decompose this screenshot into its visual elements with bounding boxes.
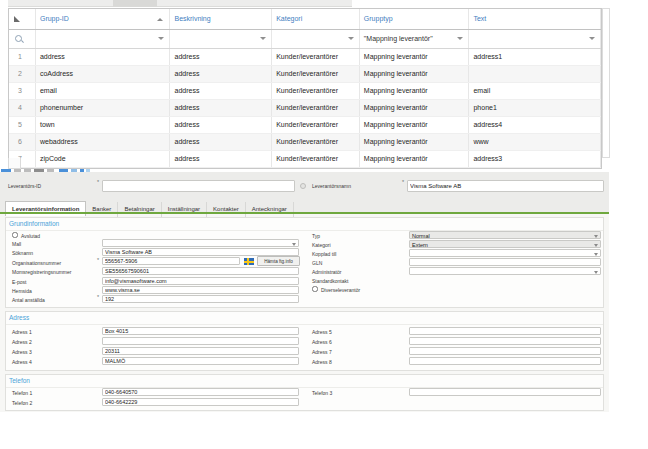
cell-beskrivning[interactable]: address [170, 49, 272, 65]
cell-grupp-id[interactable]: address [36, 49, 171, 65]
cell-grupptyp[interactable]: Mappning leverantör [360, 134, 470, 150]
cell-kategori[interactable]: Kunder/leverantörer [272, 151, 360, 167]
telefon1-input[interactable] [102, 388, 299, 396]
cell-text[interactable]: address4 [469, 117, 601, 133]
filter-grupptyp[interactable]: "Mappning leverantör" [360, 30, 470, 48]
soknamn-input[interactable] [102, 248, 299, 256]
adress2-label: Adress 2 [12, 339, 32, 345]
administrator-dropdown[interactable] [409, 267, 601, 275]
adress3-input[interactable] [102, 347, 299, 355]
adress8-input[interactable] [409, 357, 601, 365]
cell-text[interactable]: phone1 [469, 100, 601, 116]
cell-grupp-id[interactable]: zipCode [36, 151, 171, 167]
row-number[interactable]: 2 [9, 66, 36, 82]
hemsida-input[interactable] [102, 286, 299, 294]
hemsida-label: Hemsida [12, 288, 32, 294]
required-marker: * [97, 258, 99, 263]
cell-grupptyp[interactable]: Mappning leverantör [360, 66, 470, 82]
adress6-input[interactable] [409, 337, 601, 345]
telefon3-input[interactable] [409, 388, 601, 396]
cell-kategori[interactable]: Kunder/leverantörer [272, 117, 360, 133]
table-row: 4 phonenumber address Kunder/leverantöre… [9, 100, 601, 117]
kopplad-till-dropdown[interactable] [409, 249, 601, 257]
row-number[interactable]: 1 [9, 49, 36, 65]
avslutad-checkbox[interactable] [12, 232, 18, 238]
cell-kategori[interactable]: Kunder/leverantörer [272, 100, 360, 116]
cell-text[interactable]: www [469, 134, 601, 150]
adress7-input[interactable] [409, 347, 601, 355]
supplier-id-input[interactable] [102, 180, 295, 192]
tab-banker[interactable]: Banker [86, 202, 118, 217]
select-all-corner[interactable] [9, 9, 36, 29]
momsnr-input[interactable] [102, 267, 299, 275]
telefon2-label: Telefon 2 [12, 400, 32, 406]
cell-grupp-id[interactable]: email [36, 83, 171, 99]
adress3-label: Adress 3 [12, 349, 32, 355]
col-header-text[interactable]: Text [469, 9, 601, 29]
tab-betalningar[interactable]: Betalningar [118, 202, 161, 217]
cell-text[interactable] [469, 66, 601, 82]
filter-grupp-id[interactable] [36, 30, 171, 48]
cell-grupptyp[interactable]: Mappning leverantör [360, 151, 470, 167]
row-number[interactable]: 6 [9, 134, 36, 150]
cell-grupp-id[interactable]: coAddress [36, 66, 171, 82]
tab-anteckningar[interactable]: Anteckningar [246, 202, 294, 217]
tab-kontakter[interactable]: Kontakter [207, 202, 246, 217]
typ-dropdown[interactable]: Normal [409, 231, 601, 239]
cell-kategori[interactable]: Kunder/leverantörer [272, 49, 360, 65]
cell-text[interactable]: address3 [469, 151, 601, 167]
chevron-down-icon [589, 37, 595, 40]
orgnr-input[interactable] [102, 257, 240, 265]
telefon2-input[interactable] [102, 398, 299, 406]
adress4-input[interactable] [102, 357, 299, 365]
cell-grupp-id[interactable]: phonenumber [36, 100, 171, 116]
filter-kategori[interactable] [272, 30, 360, 48]
filter-text[interactable] [469, 30, 601, 48]
col-header-grupptyp[interactable]: Grupptyp [360, 9, 470, 29]
row-number[interactable]: 5 [9, 117, 36, 133]
supplier-name-label: Leverantörsnamn [312, 183, 351, 189]
cell-beskrivning[interactable]: address [170, 66, 272, 82]
fetch-company-info-button[interactable]: Hämta ftg.info [257, 256, 300, 266]
cell-grupptyp[interactable]: Mappning leverantör [360, 100, 470, 116]
row-number[interactable]: 3 [9, 83, 36, 99]
cell-beskrivning[interactable]: address [170, 83, 272, 99]
cell-text[interactable]: email [469, 83, 601, 99]
row-number[interactable]: 4 [9, 100, 36, 116]
cell-beskrivning[interactable]: address [170, 134, 272, 150]
cell-kategori[interactable]: Kunder/leverantörer [272, 134, 360, 150]
col-header-grupp-id[interactable]: Grupp-ID [36, 9, 171, 29]
telefon1-label: Telefon 1 [12, 390, 32, 396]
table-row: 3 email address Kunder/leverantörer Mapp… [9, 83, 601, 100]
cell-grupptyp[interactable]: Mappning leverantör [360, 83, 470, 99]
adress2-input[interactable] [102, 337, 299, 345]
cell-kategori[interactable]: Kunder/leverantörer [272, 66, 360, 82]
col-header-kategori[interactable]: Kategori [272, 9, 360, 29]
filter-beskrivning[interactable] [170, 30, 272, 48]
cell-grupp-id[interactable]: webaddress [36, 134, 171, 150]
epost-input[interactable] [102, 277, 299, 285]
col-header-beskrivning[interactable]: Beskrivning [170, 9, 272, 29]
cell-grupp-id[interactable]: town [36, 117, 171, 133]
cell-kategori[interactable]: Kunder/leverantörer [272, 83, 360, 99]
cell-text[interactable]: address1 [469, 49, 601, 65]
filter-search-cell[interactable] [9, 30, 36, 48]
cell-beskrivning[interactable]: address [170, 100, 272, 116]
tab-installningar[interactable]: Inställningar [162, 202, 207, 217]
anstallda-input[interactable] [102, 295, 299, 303]
cell-grupptyp[interactable]: Mappning leverantör [360, 117, 470, 133]
diverseleverantor-checkbox[interactable] [312, 286, 318, 292]
dropdown-value: Extern [412, 242, 428, 248]
mall-dropdown[interactable] [102, 239, 299, 247]
cell-grupptyp[interactable]: Mappning leverantör [360, 49, 470, 65]
supplier-name-input[interactable] [407, 180, 604, 192]
cell-beskrivning[interactable]: address [170, 151, 272, 167]
cell-beskrivning[interactable]: address [170, 117, 272, 133]
adress1-input[interactable] [102, 327, 299, 335]
info-icon[interactable] [300, 183, 306, 189]
chevron-down-icon [260, 37, 266, 40]
gln-input[interactable] [409, 258, 601, 266]
chevron-down-icon [457, 37, 463, 40]
kategori-dropdown[interactable]: Extern [409, 240, 601, 248]
adress5-input[interactable] [409, 327, 601, 335]
